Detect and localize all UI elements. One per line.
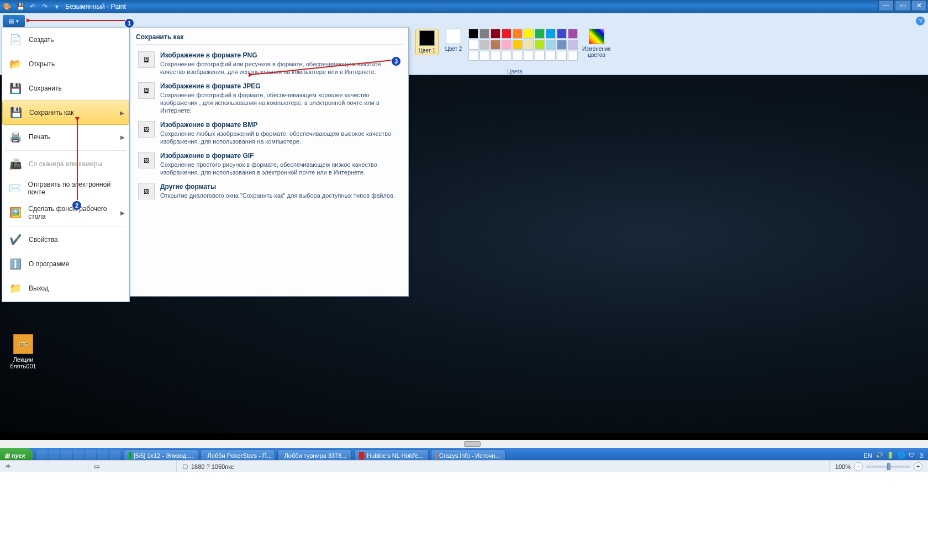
format-description: Сохранение фотографий или рисунков в фор… (160, 60, 400, 76)
color-swatch[interactable] (491, 29, 500, 39)
color1-button[interactable]: Цвет 1 (415, 29, 439, 55)
menu-item-icon: 🖼️ (8, 205, 23, 220)
app-icon: 🎨 (2, 2, 11, 11)
color-swatch[interactable] (546, 29, 556, 39)
color-swatch[interactable] (524, 29, 534, 39)
color-swatch[interactable] (479, 51, 489, 61)
color-swatch[interactable] (513, 29, 523, 39)
color-swatch[interactable] (535, 29, 545, 39)
color-swatch[interactable] (535, 40, 545, 50)
color2-button[interactable]: Цвет 2 (442, 29, 465, 52)
scrollbar-thumb[interactable] (464, 441, 481, 447)
file-menu-item[interactable]: 📄Создать (2, 28, 129, 52)
color-swatch[interactable] (468, 51, 478, 61)
color-swatch[interactable] (491, 40, 500, 50)
format-title: Изображение в формате BMP (160, 121, 400, 129)
color-swatch[interactable] (491, 51, 500, 61)
ql-icon[interactable] (36, 450, 48, 461)
color-swatch[interactable] (546, 40, 556, 50)
color-swatch[interactable] (468, 29, 478, 39)
file-menu-item[interactable]: 💾Сохранить как▶ (2, 101, 129, 125)
tray-icon[interactable]: 🛡 (909, 452, 916, 459)
color-swatch[interactable] (479, 29, 489, 39)
ql-icon[interactable] (85, 450, 96, 461)
qat-save-icon[interactable]: 💾 (15, 2, 25, 12)
color-swatch[interactable] (568, 29, 578, 39)
color-swatch[interactable] (513, 51, 523, 61)
zoom-slider[interactable] (866, 466, 910, 468)
submenu-arrow-icon: ▶ (120, 134, 125, 140)
color-swatch[interactable] (524, 40, 534, 50)
quick-access-toolbar: 💾 ↶ ↷ ▾ (15, 2, 62, 12)
color-swatch[interactable] (479, 40, 489, 50)
save-as-format-item[interactable]: 🖼Изображение в формате BMPСохранение люб… (136, 118, 403, 149)
maximize-button[interactable]: ▭ (895, 0, 910, 11)
save-as-format-item[interactable]: 🖼Изображение в формате PNGСохранение фот… (136, 48, 403, 79)
ql-icon[interactable] (73, 450, 84, 461)
file-menu-item[interactable]: ✉️Отправить по электронной почте (2, 176, 129, 200)
color-swatch[interactable] (557, 29, 567, 39)
color-swatch[interactable] (502, 40, 512, 50)
help-button[interactable]: ? (916, 17, 925, 25)
ql-icon[interactable] (49, 450, 60, 461)
desktop-file[interactable]: JPG Лекции блять001 (7, 334, 40, 369)
image-size-text: 1680 ? 1050пкс (191, 463, 234, 470)
save-as-submenu: Сохранить как 🖼Изображение в формате PNG… (130, 27, 409, 297)
color-swatch[interactable] (568, 51, 578, 61)
language-indicator[interactable]: EN (864, 452, 872, 459)
color-swatch[interactable] (502, 29, 512, 39)
tray-icon[interactable]: 🌐 (898, 452, 905, 459)
qat-customize-icon[interactable]: ▾ (52, 2, 62, 12)
file-menu-item[interactable]: 💾Сохранить (2, 76, 129, 101)
minimize-button[interactable]: — (878, 0, 894, 11)
edit-colors-button[interactable]: Изменение цветов (583, 29, 610, 58)
color-swatch[interactable] (468, 40, 478, 50)
file-menu-item[interactable]: 🖼️Сделать фоном рабочего стола▶ (2, 200, 129, 225)
zoom-out-button[interactable]: − (854, 462, 863, 471)
color1-swatch (419, 30, 435, 46)
colors-group: Цвет 1 Цвет 2 Изменение цветов (415, 29, 610, 61)
status-bar: ✛ ▭ ▢ 1680 ? 1050пкс 100% − + (0, 460, 928, 472)
close-button[interactable]: ✕ (911, 0, 927, 11)
color-swatch[interactable] (557, 40, 567, 50)
menu-item-label: Со сканера или камеры (29, 160, 102, 168)
file-menu-item[interactable]: 🖨️Печать▶ (2, 125, 129, 149)
menu-item-icon: 🖨️ (8, 129, 23, 145)
color-swatch[interactable] (535, 51, 545, 61)
submenu-arrow-icon: ▶ (120, 110, 124, 116)
color-swatch[interactable] (546, 51, 556, 61)
color-swatch[interactable] (513, 40, 523, 50)
save-as-format-item[interactable]: 🖼Другие форматыОткрытие диалогового окна… (136, 179, 403, 203)
horizontal-scrollbar[interactable] (0, 440, 928, 448)
menu-item-icon: 💾 (8, 81, 23, 96)
zoom-value: 100% (835, 463, 851, 470)
ql-icon[interactable] (109, 450, 120, 461)
file-menu-item[interactable]: ✔️Свойства (2, 228, 129, 252)
tray-icon[interactable]: 🔋 (887, 452, 894, 459)
ql-icon[interactable] (61, 450, 72, 461)
format-description: Сохранение любых изображений в формате, … (160, 130, 400, 145)
file-menu-item[interactable]: 📁Выход (2, 276, 129, 300)
save-as-format-item[interactable]: 🖼Изображение в формате JPEGСохранение фо… (136, 79, 403, 118)
file-menu-item[interactable]: ℹ️О программе (2, 252, 129, 276)
system-tray: EN 🔊 🔋 🌐 🛡 3: (864, 452, 928, 459)
qat-undo-icon[interactable]: ↶ (28, 2, 38, 12)
color-swatch[interactable] (502, 51, 512, 61)
color-swatch[interactable] (524, 51, 534, 61)
zoom-in-button[interactable]: + (914, 462, 922, 471)
save-as-format-item[interactable]: 🖼Изображение в формате GIFСохранение про… (136, 149, 403, 179)
format-title: Изображение в формате JPEG (160, 82, 400, 90)
ql-icon[interactable] (97, 450, 108, 461)
file-menu-button[interactable]: ▤▼ (3, 15, 25, 27)
clock[interactable]: 3: (920, 452, 925, 459)
menu-item-icon: ✔️ (8, 232, 23, 247)
zoom-slider-thumb[interactable] (887, 463, 890, 470)
qat-redo-icon[interactable]: ↷ (40, 2, 50, 12)
color-swatch[interactable] (557, 51, 567, 61)
file-menu-item[interactable]: 📂Открыть (2, 52, 129, 76)
format-icon: 🖼 (138, 183, 155, 199)
taskbar-button-label: Hubble's NL Hold'e... (367, 452, 423, 459)
color-swatch[interactable] (568, 40, 578, 50)
color-palette (468, 29, 578, 61)
tray-icon[interactable]: 🔊 (876, 452, 883, 459)
